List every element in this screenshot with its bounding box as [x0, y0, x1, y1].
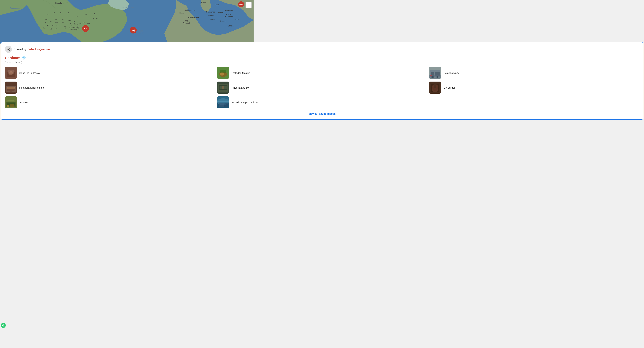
svg-point-6: [9, 71, 13, 75]
place-name-5: Pizzería Las 50: [232, 86, 249, 89]
place-item-1[interactable]: Casa De La Pasta: [5, 67, 215, 79]
place-name-7: Amores: [19, 101, 28, 104]
place-thumb-7: [5, 96, 17, 108]
svg-rect-22: [6, 87, 15, 89]
svg-point-21: [6, 87, 15, 92]
diamond-icon: 💎: [22, 56, 26, 60]
list-title-text: Cabimas: [5, 56, 20, 60]
view-all-row: View all saved places: [5, 112, 254, 115]
svg-rect-42: [219, 103, 224, 107]
svg-rect-38: [10, 104, 14, 107]
creator-name[interactable]: Valentina Quinonez: [28, 48, 50, 51]
svg-rect-37: [8, 105, 10, 107]
place-name-8: Pastelitos Pipo Cabimas: [232, 101, 254, 104]
creator-avatar: VQ: [5, 46, 12, 53]
svg-rect-43: [224, 103, 228, 107]
places-grid: Casa De La Pasta Tostadas Maigua: [5, 67, 254, 108]
place-item-8[interactable]: Pastelitos Pipo Cabimas: [217, 96, 254, 108]
place-name-2: Tostadas Maigua: [232, 71, 250, 74]
place-item-7[interactable]: Amores: [5, 96, 215, 108]
svg-rect-10: [220, 70, 226, 73]
place-name-1: Casa De La Pasta: [19, 71, 40, 74]
created-by-prefix: Created by: [14, 48, 26, 51]
places-panel: VQ Created by Valentina Quinonez Cabimas…: [1, 42, 254, 120]
map-container: Kanada Hudsoni laht Labradori meri Berin…: [0, 0, 254, 43]
place-thumb-1: [5, 67, 17, 79]
map-pin-vp[interactable]: VP: [82, 25, 89, 32]
place-item-2[interactable]: Tostadas Maigua: [217, 67, 254, 79]
map-menu-button[interactable]: [246, 2, 252, 8]
map-pin-vq[interactable]: VQ: [130, 27, 137, 33]
place-thumb-2: [217, 67, 229, 79]
place-thumb-5: [217, 82, 229, 94]
place-name-4: Restaurant Beijing c.a: [19, 86, 44, 89]
saved-count: 8 saved place(s): [5, 61, 254, 63]
place-thumb-4: [5, 82, 17, 94]
place-item-5[interactable]: Pizzería Las 50: [217, 82, 254, 94]
list-title: Cabimas 💎: [5, 56, 254, 60]
svg-point-27: [222, 86, 224, 89]
place-thumb-8: [217, 96, 229, 108]
svg-rect-44: [217, 101, 229, 102]
user-avatar-mm[interactable]: MM: [238, 1, 244, 7]
created-by-text: Created by Valentina Quinonez: [14, 48, 50, 51]
place-item-4[interactable]: Restaurant Beijing c.a: [5, 82, 215, 94]
created-by-row: VQ Created by Valentina Quinonez: [5, 46, 254, 53]
